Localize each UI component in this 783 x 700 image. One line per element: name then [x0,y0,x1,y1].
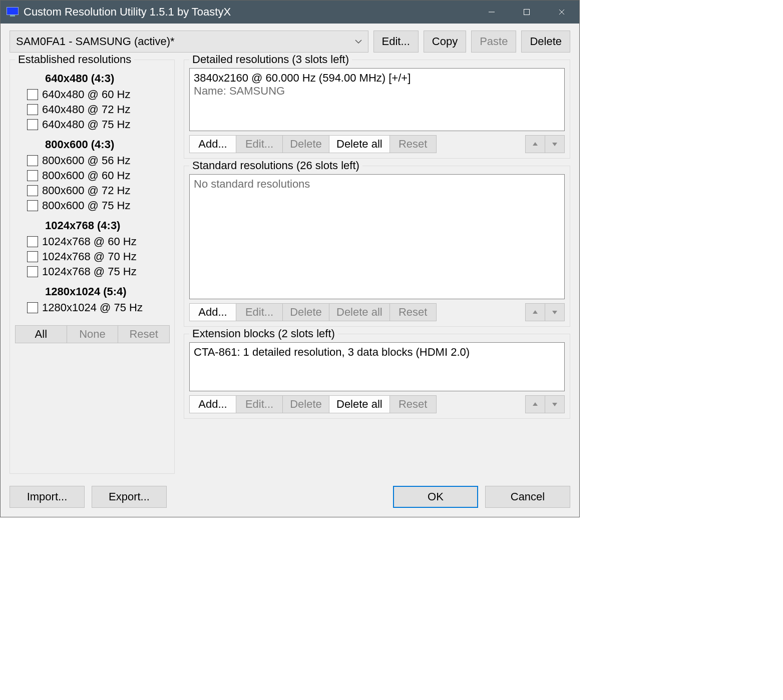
extension-delete-button[interactable]: Delete [282,395,329,413]
extension-edit-button[interactable]: Edit... [236,395,283,413]
bottom-buttons: Import... Export... OK Cancel [10,486,570,508]
resolution-checkbox[interactable] [27,155,38,166]
detailed-moveup-button[interactable] [525,135,545,153]
established-legend: Established resolutions [15,53,134,66]
window-controls [474,1,579,24]
resolution-label: 640x480 @ 72 Hz [42,103,130,116]
detailed-deleteall-button[interactable]: Delete all [329,135,390,153]
resolution-checkbox[interactable] [27,236,38,247]
standard-delete-button[interactable]: Delete [282,303,329,321]
window-title: Custom Resolution Utility 1.5.1 by Toast… [24,6,474,19]
chevron-down-icon [355,38,362,46]
detailed-item[interactable]: 3840x2160 @ 60.000 Hz (594.00 MHz) [+/+] [194,72,560,85]
detailed-movedown-button[interactable] [545,135,565,153]
ok-button[interactable]: OK [393,486,478,508]
resolution-checkbox[interactable] [27,119,38,130]
resolution-label: 1024x768 @ 75 Hz [42,265,137,278]
established-reset-button[interactable]: Reset [118,325,170,343]
detailed-reset-button[interactable]: Reset [389,135,437,153]
standard-edit-button[interactable]: Edit... [236,303,283,321]
detailed-item-name[interactable]: Name: SAMSUNG [194,85,560,98]
resolution-label: 640x480 @ 60 Hz [42,88,130,101]
established-buttons: All None Reset [15,325,169,343]
extension-item[interactable]: CTA-861: 1 detailed resolution, 3 data b… [194,346,560,359]
established-list: 640x480 (4:3)640x480 @ 60 Hz640x480 @ 72… [15,68,169,320]
established-none-button[interactable]: None [67,325,119,343]
detailed-buttons: Add... Edit... Delete Delete all Reset [189,135,565,153]
extension-reset-button[interactable]: Reset [389,395,437,413]
established-all-button[interactable]: All [15,325,67,343]
resolution-checkbox[interactable] [27,302,38,313]
established-header: 1280x1024 (5:4) [45,285,166,298]
app-window: Custom Resolution Utility 1.5.1 by Toast… [0,0,580,517]
resolution-checkbox[interactable] [27,185,38,196]
established-row: 800x600 @ 72 Hz [27,184,166,197]
extension-movedown-button[interactable] [545,395,565,413]
standard-deleteall-button[interactable]: Delete all [329,303,390,321]
detailed-add-button[interactable]: Add... [189,135,236,153]
established-row: 800x600 @ 56 Hz [27,154,166,167]
detailed-delete-button[interactable]: Delete [282,135,329,153]
window-content: SAM0FA1 - SAMSUNG (active)* Edit... Copy… [1,24,579,517]
display-dropdown-value: SAM0FA1 - SAMSUNG (active)* [16,35,175,48]
standard-buttons: Add... Edit... Delete Delete all Reset [189,303,565,321]
established-header: 640x480 (4:3) [45,72,166,85]
resolution-label: 1024x768 @ 70 Hz [42,250,137,263]
resolution-label: 1024x768 @ 60 Hz [42,235,137,248]
resolution-checkbox[interactable] [27,200,38,211]
standard-listbox[interactable]: No standard resolutions [189,174,565,299]
close-button[interactable] [544,1,579,24]
standard-moveup-button[interactable] [525,303,545,321]
cancel-button[interactable]: Cancel [485,486,570,508]
display-copy-button[interactable]: Copy [424,31,466,53]
established-header: 1024x768 (4:3) [45,219,166,232]
detailed-edit-button[interactable]: Edit... [236,135,283,153]
established-row: 1024x768 @ 70 Hz [27,250,166,263]
established-row: 800x600 @ 60 Hz [27,169,166,182]
resolution-label: 800x600 @ 56 Hz [42,154,130,167]
display-delete-button[interactable]: Delete [521,31,570,53]
resolution-label: 800x600 @ 60 Hz [42,169,130,182]
extension-group: Extension blocks (2 slots left) CTA-861:… [184,334,570,419]
resolution-checkbox[interactable] [27,266,38,277]
standard-placeholder: No standard resolutions [194,178,560,191]
extension-deleteall-button[interactable]: Delete all [329,395,390,413]
established-row: 800x600 @ 75 Hz [27,199,166,212]
minimize-button[interactable] [474,1,509,24]
resolution-checkbox[interactable] [27,251,38,262]
maximize-button[interactable] [509,1,544,24]
established-row: 1024x768 @ 75 Hz [27,265,166,278]
resolution-label: 1280x1024 @ 75 Hz [42,301,143,314]
top-toolbar: SAM0FA1 - SAMSUNG (active)* Edit... Copy… [10,31,570,53]
extension-moveup-button[interactable] [525,395,545,413]
standard-movedown-button[interactable] [545,303,565,321]
resolution-checkbox[interactable] [27,170,38,181]
resolution-label: 800x600 @ 75 Hz [42,199,130,212]
titlebar: Custom Resolution Utility 1.5.1 by Toast… [1,1,579,24]
established-header: 800x600 (4:3) [45,138,166,151]
extension-legend: Extension blocks (2 slots left) [189,327,338,340]
detailed-listbox[interactable]: 3840x2160 @ 60.000 Hz (594.00 MHz) [+/+]… [189,68,565,131]
svg-rect-1 [524,10,530,15]
established-row: 640x480 @ 60 Hz [27,88,166,101]
established-row: 640x480 @ 75 Hz [27,118,166,131]
import-button[interactable]: Import... [10,486,85,508]
resolution-checkbox[interactable] [27,89,38,100]
app-icon [7,7,19,17]
resolution-checkbox[interactable] [27,104,38,115]
display-paste-button[interactable]: Paste [471,31,516,53]
export-button[interactable]: Export... [92,486,167,508]
standard-reset-button[interactable]: Reset [389,303,437,321]
resolution-label: 800x600 @ 72 Hz [42,184,130,197]
established-row: 1280x1024 @ 75 Hz [27,301,166,314]
extension-buttons: Add... Edit... Delete Delete all Reset [189,395,565,413]
resolution-label: 640x480 @ 75 Hz [42,118,130,131]
extension-listbox[interactable]: CTA-861: 1 detailed resolution, 3 data b… [189,342,565,391]
display-dropdown[interactable]: SAM0FA1 - SAMSUNG (active)* [10,31,368,53]
established-row: 1024x768 @ 60 Hz [27,235,166,248]
standard-legend: Standard resolutions (26 slots left) [189,159,362,172]
established-row: 640x480 @ 72 Hz [27,103,166,116]
standard-add-button[interactable]: Add... [189,303,236,321]
display-edit-button[interactable]: Edit... [373,31,419,53]
extension-add-button[interactable]: Add... [189,395,236,413]
